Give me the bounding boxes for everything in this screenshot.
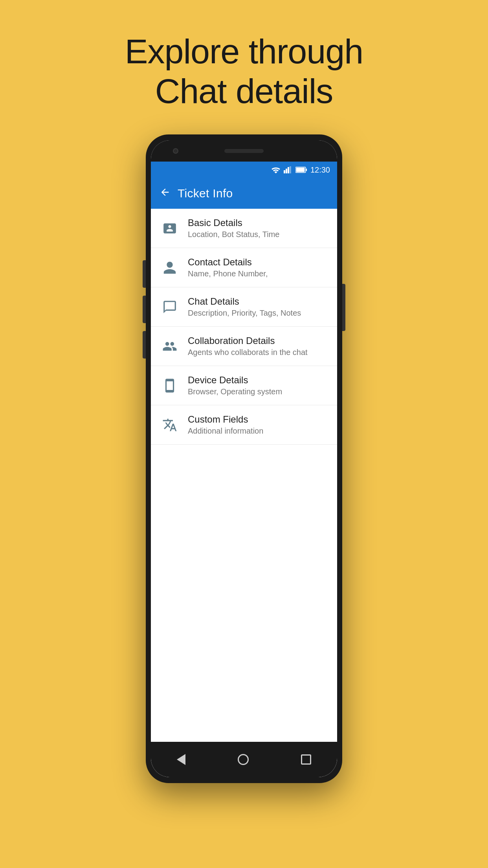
svg-rect-1 [286,169,287,173]
device-details-label: Device Details [188,375,282,386]
status-time: 12:30 [310,166,330,175]
device-details-text: Device Details Browser, Operating system [188,375,282,396]
back-nav-button[interactable] [177,754,185,765]
svg-rect-2 [288,167,289,173]
contact-details-sublabel: Name, Phone Number, [188,269,268,278]
contact-details-text: Contact Details Name, Phone Number, [188,257,268,278]
chat-icon [160,298,179,316]
nav-title: Ticket Info [178,187,233,200]
contact-details-label: Contact Details [188,257,268,268]
home-nav-button[interactable] [238,754,249,765]
hero-title: Explore through Chat details [125,31,363,111]
menu-item-basic-details[interactable]: Basic Details Location, Bot Status, Time [151,209,337,248]
people-icon [160,337,179,356]
device-icon [160,376,179,395]
signal-icon [284,166,292,173]
basic-details-text: Basic Details Location, Bot Status, Time [188,217,279,239]
menu-item-custom-fields[interactable]: Custom Fields Additional information [151,405,337,445]
menu-item-contact-details[interactable]: Contact Details Name, Phone Number, [151,248,337,287]
svg-rect-5 [306,169,307,171]
tools-icon [160,416,179,434]
chat-details-text: Chat Details Description, Priority, Tags… [188,296,301,318]
custom-fields-label: Custom Fields [188,414,263,425]
bottom-nav-bar [151,742,337,777]
app-nav-bar: Ticket Info [151,178,337,209]
chat-details-label: Chat Details [188,296,301,307]
chat-details-sublabel: Description, Priority, Tags, Notes [188,309,301,318]
wifi-icon [271,166,281,173]
id-card-icon [160,219,179,238]
front-camera [173,148,178,154]
back-button[interactable] [160,186,171,201]
vol-down-button [143,331,146,359]
device-details-sublabel: Browser, Operating system [188,387,282,396]
content-area: Basic Details Location, Bot Status, Time… [151,209,337,742]
person-icon [160,258,179,277]
vol-up-button [143,296,146,323]
menu-item-collaboration-details[interactable]: Collaboration Details Agents who collabo… [151,327,337,366]
phone-screen: 12:30 Ticket Info Basic D [151,140,337,777]
basic-details-sublabel: Location, Bot Status, Time [188,230,279,239]
status-bar: 12:30 [151,162,337,178]
collaboration-details-label: Collaboration Details [188,335,308,346]
battery-icon [295,167,307,173]
status-icons: 12:30 [271,166,330,175]
phone-shell: 12:30 Ticket Info Basic D [146,134,342,783]
speaker [224,149,264,153]
collaboration-details-sublabel: Agents who collaborats in the chat [188,348,308,357]
phone-top-hardware [151,140,337,162]
recents-nav-button[interactable] [301,754,311,765]
custom-fields-text: Custom Fields Additional information [188,414,263,436]
menu-item-device-details[interactable]: Device Details Browser, Operating system [151,366,337,405]
menu-item-chat-details[interactable]: Chat Details Description, Priority, Tags… [151,287,337,327]
custom-fields-sublabel: Additional information [188,427,263,436]
collaboration-details-text: Collaboration Details Agents who collabo… [188,335,308,357]
svg-rect-6 [296,168,305,172]
svg-rect-3 [290,166,291,173]
svg-rect-0 [284,170,285,173]
basic-details-label: Basic Details [188,217,279,228]
